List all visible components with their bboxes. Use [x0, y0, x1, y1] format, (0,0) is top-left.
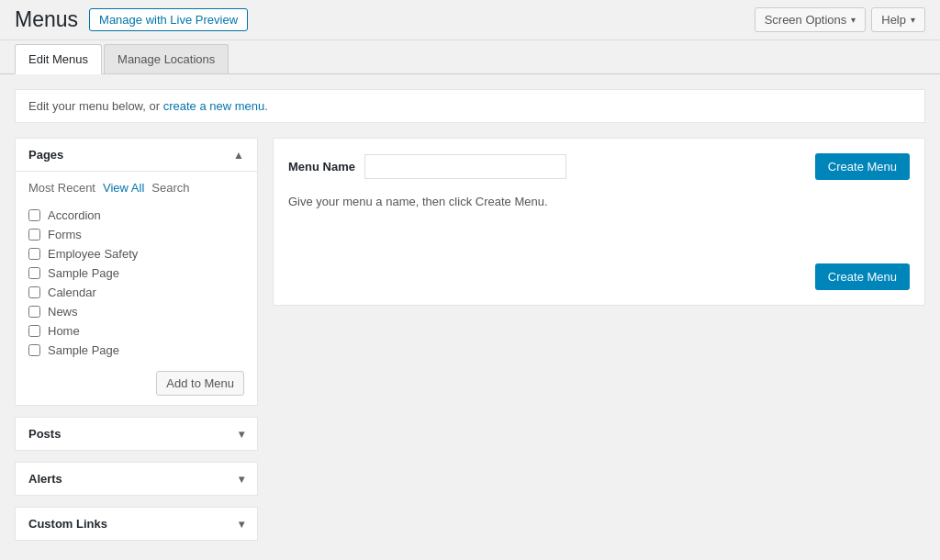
- create-menu-button-top[interactable]: Create Menu: [815, 153, 910, 180]
- top-bar-right: Screen Options ▾ Help ▾: [755, 7, 925, 32]
- menu-name-input[interactable]: [364, 154, 566, 179]
- page-checkbox-employee-safety[interactable]: [28, 248, 40, 260]
- page-checkbox-calendar[interactable]: [28, 286, 40, 298]
- page-label-home: Home: [48, 324, 80, 338]
- page-checkbox-news[interactable]: [28, 306, 40, 318]
- help-label: Help: [881, 13, 906, 27]
- page-checkbox-sample-page-1[interactable]: [28, 267, 40, 279]
- filter-view-all[interactable]: View All: [103, 181, 144, 195]
- alerts-accordion-header[interactable]: Alerts ▾: [16, 463, 257, 495]
- alerts-accordion: Alerts ▾: [15, 462, 258, 496]
- list-item: Accordion: [28, 206, 244, 225]
- main-content: Edit your menu below, or create a new me…: [0, 74, 940, 560]
- filter-most-recent[interactable]: Most Recent: [28, 181, 95, 195]
- menu-name-left: Menu Name: [288, 154, 566, 179]
- pages-accordion-header[interactable]: Pages ▲: [16, 139, 257, 172]
- page-label-forms: Forms: [48, 228, 82, 241]
- tabs-bar: Edit Menus Manage Locations: [0, 44, 940, 74]
- list-item: Calendar: [28, 283, 244, 302]
- create-new-menu-link[interactable]: create a new menu: [163, 99, 265, 113]
- page-label-accordion: Accordion: [48, 208, 101, 222]
- list-item: Sample Page: [28, 263, 244, 283]
- screen-options-label: Screen Options: [765, 13, 847, 27]
- list-item: News: [28, 302, 244, 321]
- page-label-employee-safety: Employee Safety: [48, 247, 138, 261]
- info-bar-text-after: .: [264, 99, 268, 113]
- create-menu-button-bottom[interactable]: Create Menu: [815, 263, 910, 290]
- menu-name-label: Menu Name: [288, 160, 355, 174]
- pages-list: Accordion Forms Employee Safety Sam: [28, 206, 244, 360]
- help-button[interactable]: Help ▾: [871, 7, 925, 32]
- info-bar-text-before: Edit your menu below, or: [28, 99, 163, 113]
- pages-accordion-title: Pages: [28, 148, 63, 162]
- list-item: Forms: [28, 225, 244, 244]
- posts-accordion-arrow-icon: ▾: [239, 428, 244, 441]
- top-bar: Menus Manage with Live Preview Screen Op…: [0, 0, 940, 40]
- posts-accordion: Posts ▾: [15, 417, 258, 451]
- posts-accordion-header[interactable]: Posts ▾: [16, 418, 257, 450]
- screen-options-button[interactable]: Screen Options ▾: [755, 7, 867, 32]
- pages-accordion-body: Most Recent View All Search Accordion Fo…: [16, 172, 257, 405]
- pages-filter-links: Most Recent View All Search: [28, 181, 244, 195]
- page-label-news: News: [48, 305, 78, 319]
- menu-name-row: Menu Name Create Menu: [288, 153, 910, 180]
- menu-hint: Give your menu a name, then click Create…: [288, 195, 910, 208]
- page-title: Menus: [15, 7, 78, 32]
- tab-manage-locations[interactable]: Manage Locations: [104, 44, 229, 73]
- info-bar: Edit your menu below, or create a new me…: [15, 89, 925, 123]
- add-to-menu-button[interactable]: Add to Menu: [156, 371, 244, 396]
- page-checkbox-sample-page-2[interactable]: [28, 344, 40, 356]
- alerts-accordion-title: Alerts: [28, 472, 62, 486]
- page-label-sample-page-1: Sample Page: [48, 266, 119, 280]
- help-chevron-icon: ▾: [911, 15, 915, 25]
- tab-edit-menus[interactable]: Edit Menus: [15, 44, 102, 74]
- create-menu-bottom-row: Create Menu: [288, 263, 910, 290]
- custom-links-accordion-arrow-icon: ▾: [239, 518, 244, 531]
- list-item: Sample Page: [28, 341, 244, 360]
- page-label-calendar: Calendar: [48, 286, 96, 299]
- columns: Pages ▲ Most Recent View All Search Acco…: [15, 138, 925, 552]
- screen-options-chevron-icon: ▾: [851, 15, 856, 25]
- add-to-menu-row: Add to Menu: [28, 371, 244, 396]
- custom-links-accordion-header[interactable]: Custom Links ▾: [16, 508, 257, 540]
- top-bar-left: Menus Manage with Live Preview: [15, 7, 248, 32]
- right-panel: Menu Name Create Menu Give your menu a n…: [273, 138, 925, 306]
- list-item: Home: [28, 321, 244, 341]
- page-checkbox-forms[interactable]: [28, 229, 40, 241]
- page-checkbox-home[interactable]: [28, 325, 40, 337]
- live-preview-button[interactable]: Manage with Live Preview: [89, 8, 248, 31]
- filter-search[interactable]: Search: [151, 181, 189, 195]
- custom-links-accordion: Custom Links ▾: [15, 507, 258, 541]
- page-checkbox-accordion[interactable]: [28, 209, 40, 221]
- custom-links-accordion-title: Custom Links: [28, 517, 107, 531]
- list-item: Employee Safety: [28, 244, 244, 263]
- pages-accordion: Pages ▲ Most Recent View All Search Acco…: [15, 138, 258, 406]
- page-label-sample-page-2: Sample Page: [48, 343, 119, 357]
- left-panel: Pages ▲ Most Recent View All Search Acco…: [15, 138, 258, 552]
- alerts-accordion-arrow-icon: ▾: [239, 473, 244, 486]
- posts-accordion-title: Posts: [28, 427, 61, 441]
- pages-accordion-arrow-icon: ▲: [233, 149, 244, 162]
